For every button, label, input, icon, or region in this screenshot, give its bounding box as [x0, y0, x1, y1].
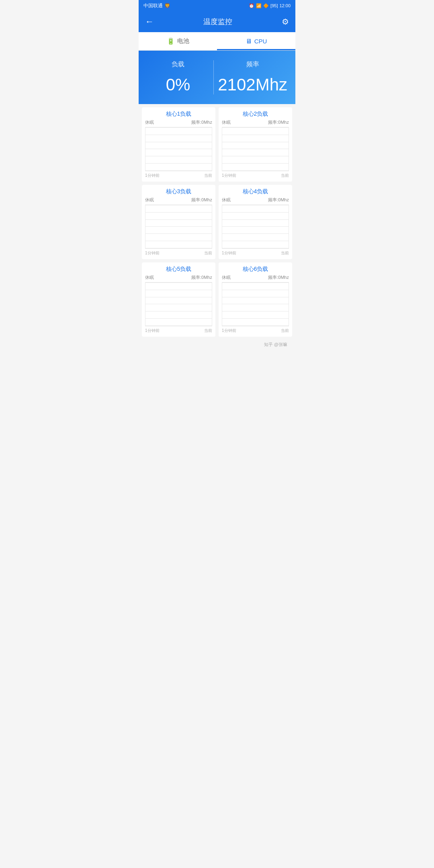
core-5-title: 核心5负载: [142, 262, 215, 274]
core-5-chart-lines: [145, 283, 212, 326]
core-3-title: 核心3负载: [142, 185, 215, 197]
chart-line: [222, 304, 289, 304]
chart-line: [222, 326, 289, 326]
battery-tab-icon: 🔋: [167, 37, 175, 45]
core-5-sleep: 休眠: [145, 274, 154, 280]
chart-line: [222, 163, 289, 164]
core-2-sleep: 休眠: [222, 119, 231, 125]
carrier-label: 中国联通: [143, 2, 163, 9]
chart-line: [145, 241, 212, 241]
cpu-freq-value: 2102Mhz: [218, 75, 287, 94]
chart-line: [145, 212, 212, 213]
core-2-chart-lines: [222, 127, 289, 171]
chart-line: [145, 163, 212, 164]
cpu-load-label: 负载: [147, 60, 209, 69]
chart-line: [222, 318, 289, 319]
core-3-freq: 频率:0Mhz: [191, 197, 212, 203]
chart-line: [145, 297, 212, 297]
tab-bar: 🔋 电池 🖥 CPU: [139, 32, 295, 51]
core-4-time: 1分钟前 当前: [219, 249, 292, 259]
core-card-3: 核心3负载 休眠 频率:0Mhz 1分钟前 当前: [142, 185, 215, 259]
core-2-meta: 休眠 频率:0Mhz: [219, 119, 292, 127]
cpu-load-value: 0%: [147, 75, 209, 94]
clock-icon: ⏰: [249, 3, 254, 8]
chart-line: [145, 311, 212, 311]
core-3-sleep: 休眠: [145, 197, 154, 203]
core-2-time-ago: 1分钟前: [222, 173, 236, 178]
core-card-6: 核心6负载 休眠 频率:0Mhz 1分钟前 当前: [219, 262, 292, 337]
core-4-meta: 休眠 频率:0Mhz: [219, 197, 292, 205]
chart-line: [222, 149, 289, 149]
chart-line: [145, 142, 212, 142]
tab-cpu[interactable]: 🖥 CPU: [217, 32, 295, 50]
core-2-freq: 频率:0Mhz: [268, 119, 289, 125]
core-3-meta: 休眠 频率:0Mhz: [142, 197, 215, 205]
cores-row-3: 核心5负载 休眠 频率:0Mhz 1分钟前 当前: [142, 262, 292, 337]
cores-container: 核心1负载 休眠 频率:0Mhz 1分钟前 当前: [139, 104, 295, 352]
core-4-title: 核心4负载: [219, 185, 292, 197]
core-5-meta: 休眠 频率:0Mhz: [142, 274, 215, 282]
core-card-5: 核心5负载 休眠 频率:0Mhz 1分钟前 当前: [142, 262, 215, 337]
chart-line: [222, 170, 289, 171]
chart-line: [222, 297, 289, 297]
chart-line: [145, 170, 212, 171]
core-card-1: 核心1负载 休眠 频率:0Mhz 1分钟前 当前: [142, 107, 215, 182]
chart-line: [145, 226, 212, 227]
core-1-title: 核心1负载: [142, 107, 215, 119]
core-1-time: 1分钟前 当前: [142, 171, 215, 182]
status-right: ⏰ 📶 🔶 [95] 12:00: [249, 3, 291, 8]
back-button[interactable]: ←: [145, 16, 154, 27]
cpu-header-divider: [213, 60, 214, 94]
chart-line: [222, 212, 289, 213]
core-6-current: 当前: [281, 328, 289, 334]
core-4-time-ago: 1分钟前: [222, 250, 236, 256]
core-2-current: 当前: [281, 173, 289, 178]
cores-row-1: 核心1负载 休眠 频率:0Mhz 1分钟前 当前: [142, 107, 292, 182]
core-3-current: 当前: [204, 250, 212, 256]
carrier-icon: 🦁: [164, 3, 170, 8]
core-4-freq: 频率:0Mhz: [268, 197, 289, 203]
core-3-time-ago: 1分钟前: [145, 250, 160, 256]
status-left: 中国联通 🦁: [143, 2, 170, 9]
time-display: 12:00: [279, 3, 291, 8]
cpu-header: 负载 0% 频率 2102Mhz: [139, 51, 295, 104]
wifi-icon: 📶: [256, 3, 262, 8]
chart-line: [222, 142, 289, 142]
core-3-chart-lines: [145, 205, 212, 248]
cpu-freq-section: 频率 2102Mhz: [218, 60, 287, 94]
battery-tab-label: 电池: [177, 37, 189, 45]
cores-row-2: 核心3负载 休眠 频率:0Mhz 1分钟前 当前: [142, 185, 292, 259]
cpu-freq-label: 频率: [218, 60, 287, 69]
chart-line: [222, 135, 289, 135]
core-2-time: 1分钟前 当前: [219, 171, 292, 182]
chart-line: [145, 318, 212, 319]
chart-line: [145, 304, 212, 304]
watermark: 知乎 @张嘛: [142, 340, 292, 349]
core-1-chart: [145, 127, 212, 171]
core-card-4: 核心4负载 休眠 频率:0Mhz 1分钟前 当前: [219, 185, 292, 259]
core-2-chart: [222, 127, 289, 171]
chart-line: [222, 290, 289, 290]
core-1-chart-lines: [145, 127, 212, 171]
core-card-2: 核心2负载 休眠 频率:0Mhz 1分钟前 当前: [219, 107, 292, 182]
core-6-meta: 休眠 频率:0Mhz: [219, 274, 292, 282]
chart-line: [222, 127, 289, 128]
core-4-chart: [222, 205, 289, 249]
core-4-chart-lines: [222, 205, 289, 248]
core-1-sleep: 休眠: [145, 119, 154, 125]
core-1-current: 当前: [204, 173, 212, 178]
chart-line: [145, 205, 212, 205]
core-5-chart: [145, 282, 212, 326]
chart-line: [222, 241, 289, 241]
settings-button[interactable]: ⚙: [282, 17, 289, 27]
core-5-time-ago: 1分钟前: [145, 328, 160, 334]
cpu-load-section: 负载 0%: [147, 60, 209, 94]
tab-battery[interactable]: 🔋 电池: [139, 32, 217, 50]
chart-line: [145, 127, 212, 128]
chart-line: [222, 311, 289, 311]
core-6-chart: [222, 282, 289, 326]
chart-line: [145, 326, 212, 326]
chart-line: [145, 219, 212, 220]
chart-line: [222, 283, 289, 283]
core-6-sleep: 休眠: [222, 274, 231, 280]
